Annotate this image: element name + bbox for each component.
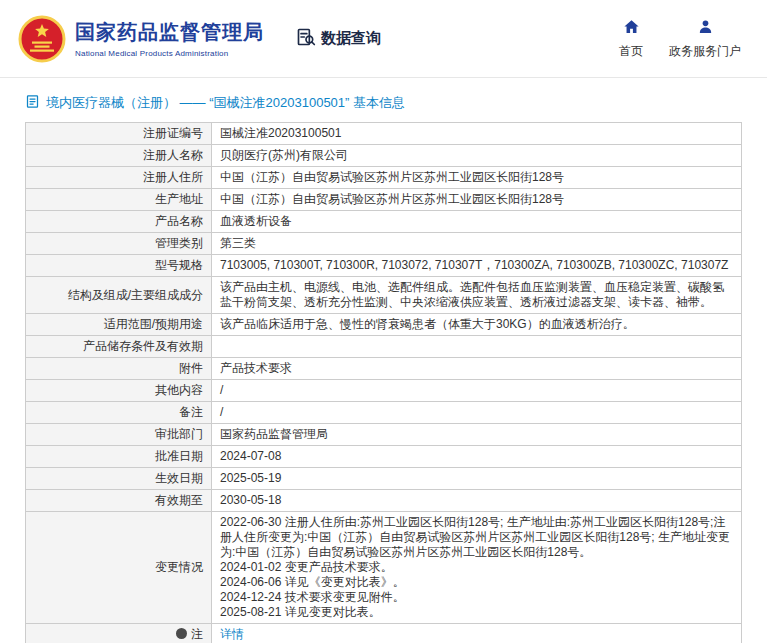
- site-header: 国家药品监督管理局 National Medical Products Admi…: [0, 0, 767, 78]
- data-query-nav[interactable]: 数据查询: [296, 27, 381, 50]
- nav-item-home[interactable]: 首页: [619, 18, 643, 60]
- org-names: 国家药品监督管理局 National Medical Products Admi…: [75, 19, 264, 58]
- field-label: 产品储存条件及有效期: [26, 336, 212, 358]
- org-name-cn: 国家药品监督管理局: [75, 19, 264, 46]
- field-value: 2024-07-08: [212, 446, 742, 468]
- field-value: 贝朗医疗(苏州)有限公司: [212, 145, 742, 167]
- data-query-icon: [296, 27, 316, 50]
- table-row: 注册人名称贝朗医疗(苏州)有限公司: [26, 145, 742, 167]
- table-row: 产品名称血液透析设备: [26, 211, 742, 233]
- document-icon: [25, 94, 40, 112]
- field-value: 中国（江苏）自由贸易试验区苏州片区苏州工业园区长阳街128号: [212, 189, 742, 211]
- data-query-label: 数据查询: [321, 29, 381, 48]
- table-row: 附件产品技术要求: [26, 358, 742, 380]
- home-icon: [623, 18, 640, 38]
- nav-item-portal[interactable]: 政务服务门户: [669, 18, 741, 60]
- field-value: /: [212, 402, 742, 424]
- field-value: 血液透析设备: [212, 211, 742, 233]
- field-label: 型号规格: [26, 255, 212, 277]
- table-row: 生效日期2025-05-19: [26, 468, 742, 490]
- table-row: 适用范围/预期用途该产品临床适用于急、慢性的肾衰竭患者（体重大于30KG）的血液…: [26, 314, 742, 336]
- field-label: 适用范围/预期用途: [26, 314, 212, 336]
- field-value: 7103005, 710300T, 710300R, 7103072, 7103…: [212, 255, 742, 277]
- field-value: 产品技术要求: [212, 358, 742, 380]
- field-label: 附件: [26, 358, 212, 380]
- main-content: 境内医疗器械（注册） —— “国械注准20203100501” 基本信息 注册证…: [0, 78, 767, 643]
- field-value: 2030-05-18: [212, 490, 742, 512]
- field-value: 该产品临床适用于急、慢性的肾衰竭患者（体重大于30KG）的血液透析治疗。: [212, 314, 742, 336]
- field-label: 生产地址: [26, 189, 212, 211]
- field-label: 变更情况: [26, 512, 212, 624]
- table-row: 产品储存条件及有效期: [26, 336, 742, 358]
- field-value: 2025-05-19: [212, 468, 742, 490]
- table-row: 结构及组成/主要组成成分该产品由主机、电源线、电池、选配件组成。选配件包括血压监…: [26, 277, 742, 314]
- table-row: 管理类别第三类: [26, 233, 742, 255]
- field-label: 其他内容: [26, 380, 212, 402]
- field-value: 2022-06-30 注册人住所由:苏州工业园区长阳街128号; 生产地址由:苏…: [212, 512, 742, 624]
- nav-item-home-label: 首页: [619, 43, 643, 60]
- note-icon: [176, 628, 187, 639]
- table-row: 批准日期2024-07-08: [26, 446, 742, 468]
- field-label: 管理类别: [26, 233, 212, 255]
- field-value: /: [212, 380, 742, 402]
- table-row: 型号规格7103005, 710300T, 710300R, 7103072, …: [26, 255, 742, 277]
- registration-info-table: 注册证编号国械注准20203100501注册人名称贝朗医疗(苏州)有限公司注册人…: [25, 122, 742, 643]
- breadcrumb: 境内医疗器械（注册） —— “国械注准20203100501” 基本信息: [25, 87, 742, 122]
- field-value: 国家药品监督管理局: [212, 424, 742, 446]
- field-label: 有效期至: [26, 490, 212, 512]
- field-value: 国械注准20203100501: [212, 123, 742, 145]
- user-icon: [697, 18, 714, 38]
- field-label: 注: [26, 624, 212, 643]
- table-row: 生产地址中国（江苏）自由贸易试验区苏州片区苏州工业园区长阳街128号: [26, 189, 742, 211]
- field-value: 第三类: [212, 233, 742, 255]
- table-row: 变更情况2022-06-30 注册人住所由:苏州工业园区长阳街128号; 生产地…: [26, 512, 742, 624]
- field-label: 批准日期: [26, 446, 212, 468]
- table-row: 注详情: [26, 624, 742, 643]
- field-label: 注册证编号: [26, 123, 212, 145]
- org-name-en: National Medical Products Administration: [75, 49, 264, 58]
- nmpa-emblem-logo: [18, 15, 66, 63]
- field-label: 注册人名称: [26, 145, 212, 167]
- field-label: 备注: [26, 402, 212, 424]
- table-row: 有效期至2030-05-18: [26, 490, 742, 512]
- header-nav: 首页 政务服务门户: [619, 18, 745, 60]
- table-row: 审批部门国家药品监督管理局: [26, 424, 742, 446]
- field-label: 生效日期: [26, 468, 212, 490]
- info-table-body: 注册证编号国械注准20203100501注册人名称贝朗医疗(苏州)有限公司注册人…: [26, 123, 742, 643]
- field-value: 详情: [212, 624, 742, 643]
- field-label: 结构及组成/主要组成成分: [26, 277, 212, 314]
- table-row: 其他内容/: [26, 380, 742, 402]
- field-label: 注册人住所: [26, 167, 212, 189]
- detail-link[interactable]: 详情: [220, 627, 244, 641]
- table-row: 备注/: [26, 402, 742, 424]
- table-row: 注册人住所中国（江苏）自由贸易试验区苏州片区苏州工业园区长阳街128号: [26, 167, 742, 189]
- field-label: 产品名称: [26, 211, 212, 233]
- field-label: 审批部门: [26, 424, 212, 446]
- field-value: 中国（江苏）自由贸易试验区苏州片区苏州工业园区长阳街128号: [212, 167, 742, 189]
- breadcrumb-text: 境内医疗器械（注册） —— “国械注准20203100501” 基本信息: [46, 94, 405, 112]
- nav-item-portal-label: 政务服务门户: [669, 43, 741, 60]
- field-value: [212, 336, 742, 358]
- field-value: 该产品由主机、电源线、电池、选配件组成。选配件包括血压监测装置、血压稳定装置、碳…: [212, 277, 742, 314]
- table-row: 注册证编号国械注准20203100501: [26, 123, 742, 145]
